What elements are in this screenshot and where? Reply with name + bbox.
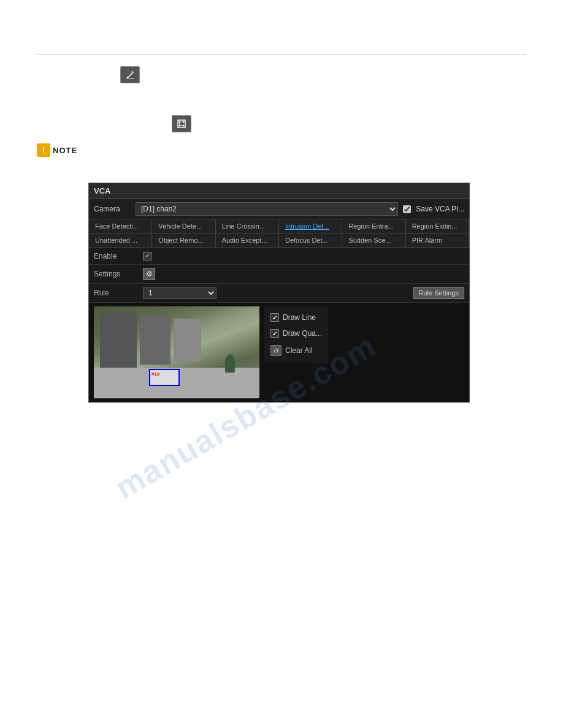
enable-label: Enable [94, 252, 143, 260]
svg-point-5 [183, 125, 185, 127]
top-divider [37, 54, 526, 55]
tab-region-exiting[interactable]: Region Exitin... [406, 219, 469, 233]
settings-label: Settings [94, 270, 143, 278]
vca-dialog: VCA Camera [D1] chan2 Save VCA Pi... Fac… [88, 183, 470, 403]
draw-line-btn[interactable]: ✔ Draw Line [268, 311, 324, 324]
tab-line-crossing[interactable]: Line Crossin... [216, 219, 279, 233]
tab-intrusion-detection[interactable]: Intrusion Det... [279, 219, 342, 233]
rule-row: Rule 1 Rule Settings [89, 284, 469, 303]
camera-label: Camera [94, 205, 131, 213]
clear-all-icon: ↺ [270, 345, 282, 356]
rule-select[interactable]: 1 [143, 287, 216, 299]
building-mid [140, 316, 170, 365]
note-icon: i [37, 143, 50, 157]
draw-quad-btn[interactable]: ✔ Draw Qua... [268, 327, 324, 339]
settings-row: Settings ⚙ [89, 265, 469, 284]
vca-preview-area: #1# ✔ Draw Line ✔ Draw Qua... ↺ [89, 303, 469, 402]
vca-tabs-row-2: Unattended ... Object Remo... Audio Exce… [89, 233, 469, 248]
tab-face-detection[interactable]: Face Detecti... [89, 219, 152, 233]
edit-icon [125, 70, 135, 80]
settings-icon-btn[interactable]: ⚙ [143, 268, 155, 280]
draw-controls: ✔ Draw Line ✔ Draw Qua... ↺ Clear All [264, 306, 328, 363]
vca-titlebar: VCA [89, 183, 469, 199]
tab-sudden-scene[interactable]: Sudden Sce... [342, 233, 405, 247]
tab-audio-exception[interactable]: Audio Except... [216, 233, 279, 247]
rule-settings-button[interactable]: Rule Settings [413, 287, 464, 299]
clear-all-btn[interactable]: ↺ Clear All [268, 343, 324, 358]
building-right [174, 319, 201, 362]
vca-camera-row: Camera [D1] chan2 Save VCA Pi... [89, 199, 469, 219]
tab-defocus-detection[interactable]: Defocus Det... [279, 233, 342, 247]
enable-value: ✔ [143, 252, 464, 260]
vca-tabs-row-1: Face Detecti... Vehicle Dete... Line Cro… [89, 219, 469, 233]
draw-quad-label: Draw Qua... [283, 329, 322, 338]
region-icon [177, 119, 186, 129]
draw-line-checkbox: ✔ [270, 313, 279, 322]
region-icon-button[interactable] [172, 115, 191, 132]
tab-object-removal[interactable]: Object Remo... [152, 233, 215, 247]
svg-point-2 [179, 121, 181, 123]
clear-all-label: Clear All [285, 346, 313, 355]
settings-value: ⚙ [143, 268, 464, 280]
draw-quad-checkbox: ✔ [270, 329, 279, 338]
svg-point-3 [183, 121, 185, 123]
camera-select[interactable]: [D1] chan2 [136, 202, 398, 216]
enable-checkbox[interactable]: ✔ [143, 252, 151, 260]
tree [225, 354, 235, 373]
save-vca-checkbox[interactable] [403, 205, 411, 213]
note-label: NOTE [53, 146, 77, 155]
svg-point-4 [179, 125, 181, 127]
tab-pir-alarm[interactable]: PIR Alarm [406, 233, 469, 247]
tab-unattended[interactable]: Unattended ... [89, 233, 152, 247]
edit-icon-button[interactable] [120, 66, 140, 83]
draw-line-label: Draw Line [283, 313, 316, 322]
svg-rect-0 [126, 78, 134, 78]
camera-preview: #1# [94, 306, 259, 398]
save-vca-label: Save VCA Pi... [416, 205, 464, 213]
car: #1# [149, 369, 180, 386]
note-block: i NOTE [37, 143, 77, 157]
building-left [100, 313, 137, 368]
svg-rect-1 [178, 120, 185, 127]
tab-region-entrance[interactable]: Region Entra... [342, 219, 405, 233]
vca-settings-area: Enable ✔ Settings ⚙ Rule 1 Rule Settings [89, 248, 469, 402]
tab-vehicle-detection[interactable]: Vehicle Dete... [152, 219, 215, 233]
vca-title: VCA [94, 186, 110, 195]
rule-label: Rule [94, 289, 143, 297]
enable-row: Enable ✔ [89, 248, 469, 265]
car-label: #1# [151, 371, 159, 377]
